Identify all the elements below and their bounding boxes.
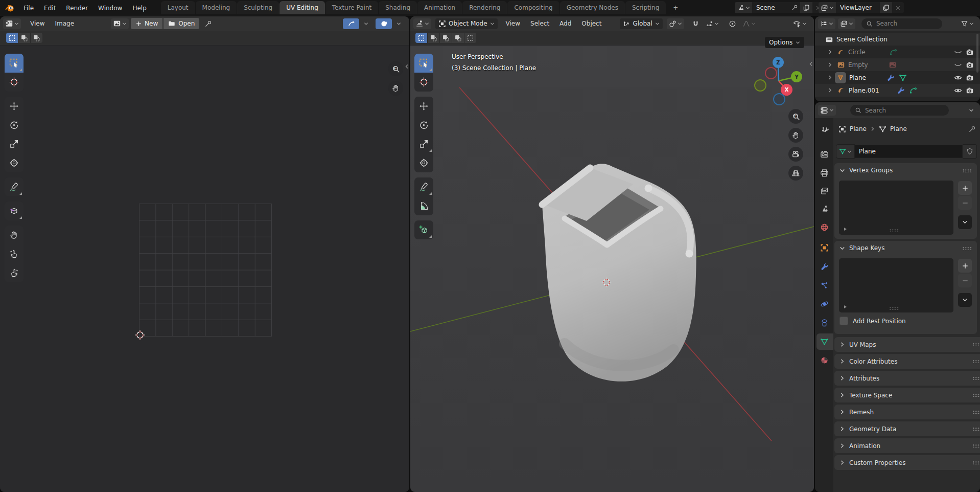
- uv-menu-view[interactable]: View: [25, 16, 50, 31]
- object-type-visibility-button[interactable]: [791, 18, 809, 29]
- uv-tool-rotate[interactable]: [5, 116, 24, 135]
- tab-modifiers[interactable]: [815, 258, 833, 275]
- uv-tool-annotate[interactable]: [5, 177, 24, 196]
- panel-color-attributes[interactable]: Color Attributes: [834, 354, 980, 369]
- vp-menu-select[interactable]: Select: [525, 16, 554, 31]
- hide-toggle[interactable]: [954, 48, 966, 56]
- tab-shading[interactable]: Shading: [379, 1, 417, 14]
- view-layer-delete-button[interactable]: [892, 5, 904, 11]
- vp-select-mode-invert[interactable]: [452, 33, 464, 43]
- tab-sculpting[interactable]: Sculpting: [237, 1, 279, 14]
- panel-attributes[interactable]: Attributes: [834, 371, 980, 386]
- tab-render[interactable]: [815, 146, 833, 162]
- tab-rendering[interactable]: Rendering: [462, 1, 507, 14]
- gizmo-axis-x-neg[interactable]: [765, 67, 777, 79]
- outliner-display-mode-button[interactable]: [838, 18, 855, 29]
- vp-select-mode-extend[interactable]: [428, 33, 440, 43]
- shape-key-remove-button[interactable]: [958, 274, 972, 287]
- image-new-button[interactable]: New: [131, 18, 162, 29]
- mode-selector[interactable]: Object Mode: [435, 18, 498, 29]
- tab-output[interactable]: [815, 165, 833, 181]
- editor-separator-vertical-1[interactable]: [409, 16, 410, 492]
- vertex-group-specials-button[interactable]: [958, 215, 972, 229]
- vp-menu-view[interactable]: View: [501, 16, 525, 31]
- menu-file[interactable]: File: [18, 0, 39, 16]
- panel-drag-grip[interactable]: [972, 393, 980, 397]
- scene-name[interactable]: Scene: [752, 4, 789, 11]
- panel-drag-grip[interactable]: [972, 461, 980, 464]
- list-filter-caret-icon[interactable]: [843, 304, 848, 309]
- vp-zoom-button[interactable]: +: [788, 109, 803, 124]
- uv-tool-transform[interactable]: [5, 153, 24, 172]
- fake-user-shield-button[interactable]: [963, 144, 977, 159]
- panel-animation[interactable]: Animation: [834, 438, 980, 453]
- outliner-row-circle[interactable]: Circle: [815, 46, 980, 58]
- uv-pan-button[interactable]: [388, 81, 403, 96]
- outliner-row-empty[interactable]: Empty: [815, 58, 980, 71]
- vp-tool-select-box[interactable]: [414, 54, 433, 73]
- outliner-row-partial[interactable]: [815, 97, 980, 101]
- expand-icon[interactable]: [827, 62, 833, 68]
- uv-proportional-options-button[interactable]: [392, 18, 405, 29]
- expand-icon[interactable]: [827, 87, 833, 93]
- outliner-editor-type-button[interactable]: [818, 18, 835, 29]
- uv-tool-relax[interactable]: [5, 244, 24, 263]
- shape-key-add-button[interactable]: [958, 259, 972, 273]
- tab-scripting[interactable]: Scripting: [625, 1, 666, 14]
- panel-remesh[interactable]: Remesh: [834, 405, 980, 419]
- proportional-falloff-selector[interactable]: [740, 18, 758, 29]
- add-rest-position-checkbox[interactable]: [839, 317, 848, 325]
- uv-zoom-button[interactable]: +: [388, 61, 403, 76]
- breadcrumb-pin-icon[interactable]: [968, 125, 976, 133]
- tab-modeling[interactable]: Modeling: [196, 1, 237, 14]
- uv-snapping-toggle[interactable]: [343, 18, 359, 29]
- panel-custom-properties[interactable]: Custom Properties: [834, 455, 980, 470]
- vp-menu-add[interactable]: Add: [554, 16, 576, 31]
- scene-pin-icon[interactable]: [789, 4, 800, 11]
- tab-constraints[interactable]: [815, 315, 833, 331]
- uv-select-mode-subtract[interactable]: [31, 33, 42, 43]
- vp-tool-scale[interactable]: [414, 135, 433, 153]
- proportional-editing-toggle[interactable]: [725, 18, 740, 29]
- panel-drag-grip[interactable]: [962, 169, 972, 172]
- viewport-options-button[interactable]: Options: [765, 37, 804, 48]
- vertex-groups-panel-header[interactable]: Vertex Groups: [834, 163, 977, 177]
- blender-logo-icon[interactable]: [5, 3, 15, 13]
- vertex-groups-list[interactable]: [839, 181, 953, 235]
- uv-tool-scale[interactable]: [5, 135, 24, 153]
- outliner-row-scene-collection[interactable]: Scene Collection: [815, 33, 980, 46]
- vp-select-mode-intersect[interactable]: [464, 33, 476, 43]
- panel-uv-maps[interactable]: UV Maps: [834, 337, 980, 352]
- breadcrumb-object[interactable]: Plane: [850, 125, 867, 132]
- breadcrumb-data[interactable]: Plane: [890, 125, 907, 132]
- outliner-row-plane-001[interactable]: Plane.001: [815, 84, 980, 97]
- view-layer-new-button[interactable]: [880, 2, 892, 13]
- editor-separator-horizontal[interactable]: [815, 101, 980, 102]
- tab-layout[interactable]: Layout: [161, 1, 195, 14]
- uv-menu-image[interactable]: Image: [50, 16, 79, 31]
- outliner-filter-button[interactable]: [959, 18, 976, 29]
- vp-camera-view-button[interactable]: [788, 147, 803, 162]
- tab-world[interactable]: [815, 219, 833, 235]
- view-layer-name[interactable]: ViewLayer: [836, 4, 880, 11]
- gizmo-axis-z-neg[interactable]: [773, 93, 785, 105]
- gizmo-axis-y-neg[interactable]: [754, 79, 766, 92]
- hide-toggle[interactable]: [954, 74, 966, 82]
- list-resize-grip[interactable]: [889, 229, 899, 232]
- scene-object-plane[interactable]: [542, 164, 696, 382]
- data-browse-button[interactable]: [836, 144, 855, 159]
- vp-menu-object[interactable]: Object: [576, 16, 606, 31]
- panel-drag-grip[interactable]: [972, 444, 980, 448]
- tab-object[interactable]: [815, 239, 833, 256]
- properties-search-input[interactable]: [864, 106, 944, 115]
- image-browse-button[interactable]: [111, 18, 129, 29]
- image-pin-icon[interactable]: [204, 20, 212, 28]
- outliner-row-plane[interactable]: Plane: [815, 71, 980, 84]
- tab-uv-editing[interactable]: UV Editing: [279, 1, 325, 14]
- uv-editor-type-button[interactable]: [3, 18, 21, 29]
- snap-target-selector[interactable]: [704, 18, 721, 29]
- tab-scene[interactable]: [815, 200, 833, 217]
- panel-drag-grip[interactable]: [972, 427, 980, 431]
- pivot-point-selector[interactable]: [667, 18, 684, 29]
- vp-tool-3d-cursor[interactable]: [414, 73, 433, 92]
